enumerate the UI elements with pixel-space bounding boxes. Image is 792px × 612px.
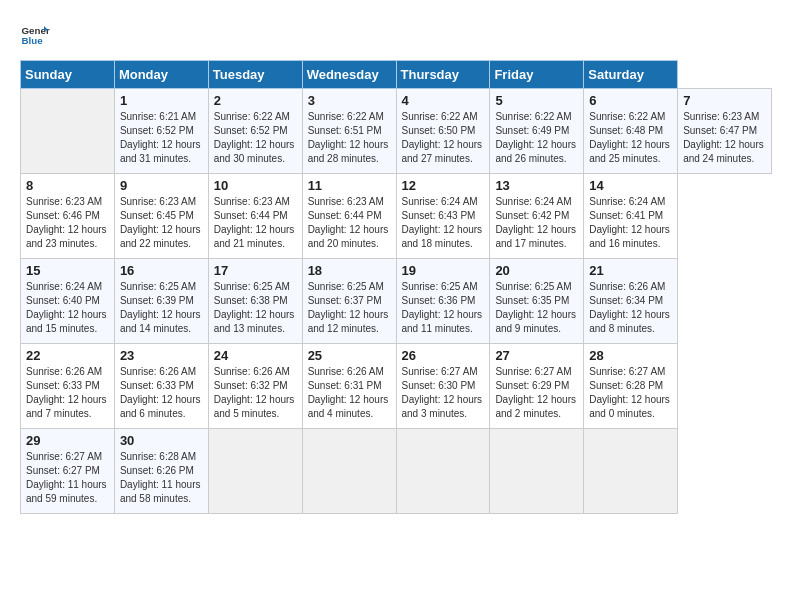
day-info: Sunrise: 6:24 AMSunset: 6:40 PMDaylight:… xyxy=(26,280,109,336)
day-info: Sunrise: 6:24 AMSunset: 6:43 PMDaylight:… xyxy=(402,195,485,251)
day-number: 9 xyxy=(120,178,203,193)
day-header-tuesday: Tuesday xyxy=(208,61,302,89)
calendar-day-cell: 25Sunrise: 6:26 AMSunset: 6:31 PMDayligh… xyxy=(302,344,396,429)
calendar-day-cell: 21Sunrise: 6:26 AMSunset: 6:34 PMDayligh… xyxy=(584,259,678,344)
day-info: Sunrise: 6:27 AMSunset: 6:30 PMDaylight:… xyxy=(402,365,485,421)
day-number: 2 xyxy=(214,93,297,108)
day-header-thursday: Thursday xyxy=(396,61,490,89)
day-number: 16 xyxy=(120,263,203,278)
calendar-day-cell: 17Sunrise: 6:25 AMSunset: 6:38 PMDayligh… xyxy=(208,259,302,344)
day-info: Sunrise: 6:22 AMSunset: 6:52 PMDaylight:… xyxy=(214,110,297,166)
day-info: Sunrise: 6:23 AMSunset: 6:47 PMDaylight:… xyxy=(683,110,766,166)
calendar-day-cell: 15Sunrise: 6:24 AMSunset: 6:40 PMDayligh… xyxy=(21,259,115,344)
day-number: 3 xyxy=(308,93,391,108)
calendar-day-cell: 13Sunrise: 6:24 AMSunset: 6:42 PMDayligh… xyxy=(490,174,584,259)
day-info: Sunrise: 6:25 AMSunset: 6:37 PMDaylight:… xyxy=(308,280,391,336)
day-info: Sunrise: 6:22 AMSunset: 6:49 PMDaylight:… xyxy=(495,110,578,166)
day-info: Sunrise: 6:24 AMSunset: 6:41 PMDaylight:… xyxy=(589,195,672,251)
day-info: Sunrise: 6:27 AMSunset: 6:29 PMDaylight:… xyxy=(495,365,578,421)
day-number: 17 xyxy=(214,263,297,278)
calendar-day-cell: 23Sunrise: 6:26 AMSunset: 6:33 PMDayligh… xyxy=(114,344,208,429)
calendar-day-cell: 28Sunrise: 6:27 AMSunset: 6:28 PMDayligh… xyxy=(584,344,678,429)
calendar-day-cell: 7Sunrise: 6:23 AMSunset: 6:47 PMDaylight… xyxy=(678,89,772,174)
calendar-table: SundayMondayTuesdayWednesdayThursdayFrid… xyxy=(20,60,772,514)
day-info: Sunrise: 6:24 AMSunset: 6:42 PMDaylight:… xyxy=(495,195,578,251)
day-info: Sunrise: 6:26 AMSunset: 6:34 PMDaylight:… xyxy=(589,280,672,336)
day-header-saturday: Saturday xyxy=(584,61,678,89)
day-number: 10 xyxy=(214,178,297,193)
calendar-day-cell: 24Sunrise: 6:26 AMSunset: 6:32 PMDayligh… xyxy=(208,344,302,429)
day-header-wednesday: Wednesday xyxy=(302,61,396,89)
calendar-day-cell: 6Sunrise: 6:22 AMSunset: 6:48 PMDaylight… xyxy=(584,89,678,174)
day-info: Sunrise: 6:26 AMSunset: 6:33 PMDaylight:… xyxy=(120,365,203,421)
day-number: 5 xyxy=(495,93,578,108)
logo: General Blue xyxy=(20,20,50,50)
day-info: Sunrise: 6:23 AMSunset: 6:44 PMDaylight:… xyxy=(308,195,391,251)
page-header: General Blue xyxy=(20,20,772,50)
day-number: 28 xyxy=(589,348,672,363)
calendar-day-cell xyxy=(208,429,302,514)
day-info: Sunrise: 6:25 AMSunset: 6:38 PMDaylight:… xyxy=(214,280,297,336)
calendar-day-cell: 5Sunrise: 6:22 AMSunset: 6:49 PMDaylight… xyxy=(490,89,584,174)
day-number: 22 xyxy=(26,348,109,363)
day-number: 29 xyxy=(26,433,109,448)
calendar-day-cell xyxy=(396,429,490,514)
day-number: 15 xyxy=(26,263,109,278)
calendar-day-cell: 30Sunrise: 6:28 AMSunset: 6:26 PMDayligh… xyxy=(114,429,208,514)
calendar-week-row: 8Sunrise: 6:23 AMSunset: 6:46 PMDaylight… xyxy=(21,174,772,259)
day-number: 14 xyxy=(589,178,672,193)
day-number: 18 xyxy=(308,263,391,278)
calendar-day-cell: 8Sunrise: 6:23 AMSunset: 6:46 PMDaylight… xyxy=(21,174,115,259)
day-info: Sunrise: 6:22 AMSunset: 6:51 PMDaylight:… xyxy=(308,110,391,166)
day-info: Sunrise: 6:23 AMSunset: 6:44 PMDaylight:… xyxy=(214,195,297,251)
calendar-day-cell: 4Sunrise: 6:22 AMSunset: 6:50 PMDaylight… xyxy=(396,89,490,174)
day-info: Sunrise: 6:26 AMSunset: 6:33 PMDaylight:… xyxy=(26,365,109,421)
calendar-day-cell: 27Sunrise: 6:27 AMSunset: 6:29 PMDayligh… xyxy=(490,344,584,429)
calendar-day-cell xyxy=(21,89,115,174)
calendar-day-cell: 11Sunrise: 6:23 AMSunset: 6:44 PMDayligh… xyxy=(302,174,396,259)
day-info: Sunrise: 6:25 AMSunset: 6:39 PMDaylight:… xyxy=(120,280,203,336)
day-number: 27 xyxy=(495,348,578,363)
day-info: Sunrise: 6:27 AMSunset: 6:28 PMDaylight:… xyxy=(589,365,672,421)
day-info: Sunrise: 6:28 AMSunset: 6:26 PMDaylight:… xyxy=(120,450,203,506)
day-info: Sunrise: 6:25 AMSunset: 6:36 PMDaylight:… xyxy=(402,280,485,336)
calendar-week-row: 15Sunrise: 6:24 AMSunset: 6:40 PMDayligh… xyxy=(21,259,772,344)
calendar-day-cell: 18Sunrise: 6:25 AMSunset: 6:37 PMDayligh… xyxy=(302,259,396,344)
day-header-monday: Monday xyxy=(114,61,208,89)
calendar-day-cell: 3Sunrise: 6:22 AMSunset: 6:51 PMDaylight… xyxy=(302,89,396,174)
day-number: 7 xyxy=(683,93,766,108)
calendar-day-cell: 19Sunrise: 6:25 AMSunset: 6:36 PMDayligh… xyxy=(396,259,490,344)
calendar-day-cell: 9Sunrise: 6:23 AMSunset: 6:45 PMDaylight… xyxy=(114,174,208,259)
calendar-day-cell: 12Sunrise: 6:24 AMSunset: 6:43 PMDayligh… xyxy=(396,174,490,259)
day-number: 13 xyxy=(495,178,578,193)
svg-text:Blue: Blue xyxy=(22,35,44,46)
calendar-day-cell: 10Sunrise: 6:23 AMSunset: 6:44 PMDayligh… xyxy=(208,174,302,259)
calendar-week-row: 29Sunrise: 6:27 AMSunset: 6:27 PMDayligh… xyxy=(21,429,772,514)
day-number: 21 xyxy=(589,263,672,278)
day-number: 8 xyxy=(26,178,109,193)
day-info: Sunrise: 6:22 AMSunset: 6:50 PMDaylight:… xyxy=(402,110,485,166)
calendar-day-cell: 29Sunrise: 6:27 AMSunset: 6:27 PMDayligh… xyxy=(21,429,115,514)
day-number: 26 xyxy=(402,348,485,363)
day-info: Sunrise: 6:23 AMSunset: 6:46 PMDaylight:… xyxy=(26,195,109,251)
calendar-day-cell xyxy=(490,429,584,514)
calendar-day-cell: 14Sunrise: 6:24 AMSunset: 6:41 PMDayligh… xyxy=(584,174,678,259)
day-number: 24 xyxy=(214,348,297,363)
day-info: Sunrise: 6:22 AMSunset: 6:48 PMDaylight:… xyxy=(589,110,672,166)
calendar-header-row: SundayMondayTuesdayWednesdayThursdayFrid… xyxy=(21,61,772,89)
day-number: 11 xyxy=(308,178,391,193)
calendar-day-cell xyxy=(584,429,678,514)
day-number: 23 xyxy=(120,348,203,363)
day-number: 25 xyxy=(308,348,391,363)
day-header-sunday: Sunday xyxy=(21,61,115,89)
calendar-day-cell xyxy=(302,429,396,514)
day-info: Sunrise: 6:27 AMSunset: 6:27 PMDaylight:… xyxy=(26,450,109,506)
day-number: 20 xyxy=(495,263,578,278)
calendar-week-row: 22Sunrise: 6:26 AMSunset: 6:33 PMDayligh… xyxy=(21,344,772,429)
day-info: Sunrise: 6:26 AMSunset: 6:32 PMDaylight:… xyxy=(214,365,297,421)
day-number: 4 xyxy=(402,93,485,108)
logo-icon: General Blue xyxy=(20,20,50,50)
calendar-week-row: 1Sunrise: 6:21 AMSunset: 6:52 PMDaylight… xyxy=(21,89,772,174)
day-info: Sunrise: 6:23 AMSunset: 6:45 PMDaylight:… xyxy=(120,195,203,251)
day-info: Sunrise: 6:25 AMSunset: 6:35 PMDaylight:… xyxy=(495,280,578,336)
